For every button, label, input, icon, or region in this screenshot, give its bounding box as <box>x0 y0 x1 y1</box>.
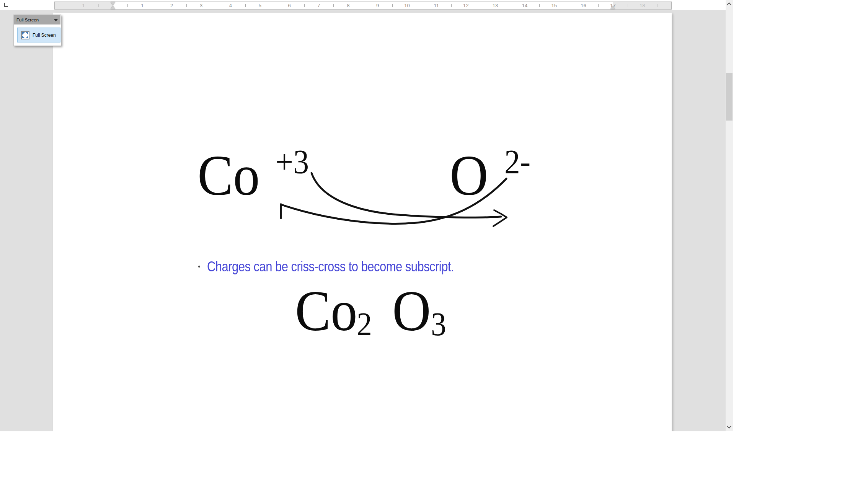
ruler-number: 15 <box>551 3 557 8</box>
document-area: Co +3 O 2- Charges can be criss-cross to… <box>0 10 726 431</box>
result-subscript-3: 3 <box>431 308 446 341</box>
word-fullscreen-screenshot: 1234567891011121314151617181 Co +3 O 2- <box>0 0 868 496</box>
ruler-number: 5 <box>259 3 261 8</box>
horizontal-ruler[interactable]: 1234567891011121314151617181 <box>54 2 672 10</box>
ruler-number: 6 <box>288 3 290 8</box>
ruler-number: 8 <box>347 3 349 8</box>
ruler-number: 1 <box>141 3 144 8</box>
ruler-tick <box>392 4 393 7</box>
ruler-tick <box>157 4 157 7</box>
full-screen-dropdown-header[interactable]: Full Screen <box>14 15 60 24</box>
result-element-co: Co <box>295 282 357 339</box>
full-screen-item-label: Full Screen <box>33 33 56 38</box>
ruler-tick <box>628 4 628 7</box>
scrollbar-thumb[interactable] <box>726 73 733 121</box>
document-page[interactable]: Co +3 O 2- Charges can be criss-cross to… <box>53 13 672 431</box>
ruler-number: 13 <box>493 3 498 8</box>
ruler-tick <box>333 4 334 7</box>
ruler-tick <box>186 4 187 7</box>
word-app-window: 1234567891011121314151617181 Co +3 O 2- <box>0 0 733 431</box>
ruler-number: 10 <box>404 3 410 8</box>
scroll-up-icon[interactable] <box>727 2 731 7</box>
criss-cross-arrows <box>53 13 672 281</box>
dropdown-header-label: Full Screen <box>14 18 39 22</box>
vertical-scrollbar[interactable] <box>726 0 733 431</box>
tab-stop-selector-icon[interactable] <box>4 3 8 7</box>
ruler-number: 7 <box>317 3 320 8</box>
ruler-number: 3 <box>200 3 202 8</box>
ruler-tick <box>245 4 246 7</box>
ruler-tick <box>304 4 305 7</box>
scroll-down-icon[interactable] <box>727 424 731 428</box>
result-subscript-2: 2 <box>357 308 372 341</box>
ruler-strip: 1234567891011121314151617181 <box>0 0 726 10</box>
first-line-indent-marker[interactable] <box>111 2 115 5</box>
indent-marker[interactable] <box>111 2 116 9</box>
ruler-margin-number: 1 <box>82 3 85 8</box>
ruler-number: 17 <box>610 3 615 8</box>
ruler-tick <box>363 4 363 7</box>
ruler-tick <box>569 4 569 7</box>
ruler-number: 18 <box>640 3 645 8</box>
ruler-tick <box>598 4 599 7</box>
ruler-tick <box>422 4 422 7</box>
ruler-number: 4 <box>229 3 232 8</box>
ruler-number: 16 <box>581 3 586 8</box>
ruler-tick <box>127 4 128 7</box>
full-screen-dropdown: Full Screen Full Screen <box>13 15 61 46</box>
ruler-number: 9 <box>376 3 379 8</box>
ruler-tick <box>216 4 216 7</box>
chevron-down-icon <box>54 19 58 21</box>
ruler-number: 14 <box>522 3 527 8</box>
ruler-tick <box>510 4 510 7</box>
result-element-o: O <box>392 282 431 339</box>
ruler-tick <box>539 4 540 7</box>
ruler-number: 11 <box>434 3 439 8</box>
note-text: Charges can be criss-cross to become sub… <box>207 260 454 274</box>
ruler-tick <box>481 4 481 7</box>
ruler-number: 12 <box>463 3 468 8</box>
ruler-number: 2 <box>170 3 173 8</box>
ruler-tick <box>98 4 99 7</box>
ruler-tick <box>275 4 275 7</box>
hanging-indent-marker[interactable] <box>111 6 115 9</box>
note-bullet-dot <box>198 266 200 268</box>
ruler-tick <box>657 4 658 7</box>
fullscreen-expand-icon <box>21 31 29 39</box>
full-screen-menu-item[interactable]: Full Screen <box>17 28 60 42</box>
ruler-tick <box>451 4 452 7</box>
